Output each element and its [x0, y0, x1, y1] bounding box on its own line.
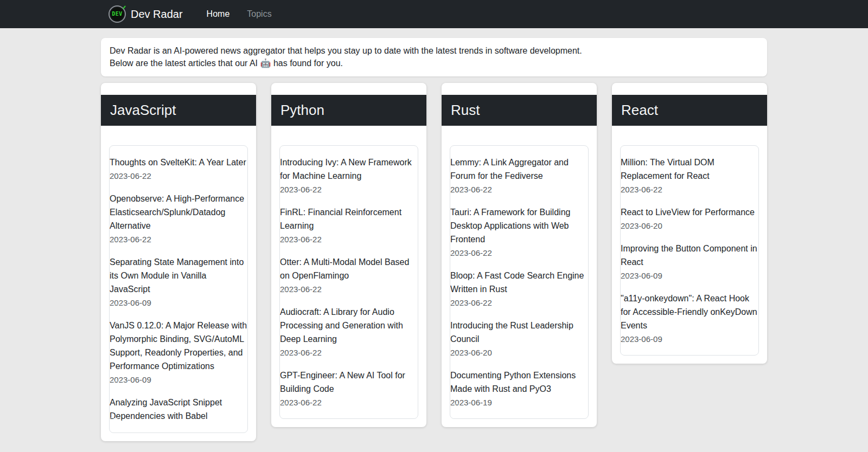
article-title: Bloop: A Fast Code Search Engine Written… — [450, 269, 588, 296]
article-title: "a11y-onkeydown": A React Hook for Acces… — [621, 292, 758, 332]
topic-header-title: JavaScript — [101, 95, 256, 126]
topic-panel-rust: RustLemmy: A Link Aggregator and Forum f… — [442, 83, 597, 427]
article-title: VanJS 0.12.0: A Major Release with Polym… — [110, 319, 247, 373]
navbar-inner: DEV Dev Radar Home Topics — [101, 5, 767, 23]
article-list: Thoughts on SvelteKit: A Year Later2023-… — [109, 145, 248, 433]
topic-panel-javascript: JavaScriptThoughts on SvelteKit: A Year … — [101, 83, 256, 441]
columns: JavaScriptThoughts on SvelteKit: A Year … — [101, 83, 767, 441]
main-content: Dev Radar is an AI-powered news aggregat… — [101, 38, 767, 441]
article-list-item[interactable]: Bloop: A Fast Code Search Engine Written… — [450, 254, 588, 322]
article-list-item[interactable]: Analyzing JavaScript Snippet Dependencie… — [110, 381, 247, 433]
nav-link-home[interactable]: Home — [207, 9, 230, 19]
article-date: 2023-06-22 — [110, 233, 247, 246]
article-date: 2023-06-19 — [450, 396, 588, 409]
article-list-item[interactable]: Otter: A Multi-Modal Model Based on Open… — [280, 241, 418, 309]
article-list-item[interactable]: Thoughts on SvelteKit: A Year Later2023-… — [110, 145, 247, 196]
intro-line-2: Below are the latest articles that our A… — [110, 57, 758, 70]
brand-name: Dev Radar — [131, 8, 183, 21]
article-list-item[interactable]: "a11y-onkeydown": A React Hook for Acces… — [621, 277, 758, 356]
article-title: Documenting Python Extensions Made with … — [450, 369, 588, 396]
article-title: Analyzing JavaScript Snippet Dependencie… — [110, 396, 247, 423]
article-title: Otter: A Multi-Modal Model Based on Open… — [280, 255, 418, 282]
article-list: Introducing Ivy: A New Framework for Mac… — [279, 145, 418, 419]
topic-panel-python: PythonIntroducing Ivy: A New Framework f… — [271, 83, 426, 427]
topic-header-title: Python — [271, 95, 426, 126]
dev-radar-logo-icon: DEV — [108, 5, 126, 23]
article-title: Million: The Virtual DOM Replacement for… — [621, 156, 758, 183]
article-list-item[interactable]: Tauri: A Framework for Building Desktop … — [450, 191, 588, 273]
article-list: Lemmy: A Link Aggregator and Forum for t… — [450, 145, 589, 419]
article-list-item[interactable]: GPT-Engineer: A New AI Tool for Building… — [280, 354, 418, 419]
article-date: 2023-06-20 — [621, 219, 758, 232]
topic-panel-react: ReactMillion: The Virtual DOM Replacemen… — [612, 83, 767, 364]
article-date: 2023-06-09 — [110, 373, 247, 386]
article-title: Audiocraft: A Library for Audio Processi… — [280, 305, 418, 346]
article-list-item[interactable]: Improving the Button Component in React2… — [621, 227, 758, 295]
logo-text: DEV — [112, 11, 122, 17]
article-title: GPT-Engineer: A New AI Tool for Building… — [280, 369, 418, 396]
nav-link-topics[interactable]: Topics — [247, 9, 271, 19]
article-date: 2023-06-22 — [280, 396, 418, 409]
nav-links: Home Topics — [207, 9, 272, 19]
article-list-item[interactable]: Separating State Management into its Own… — [110, 241, 247, 322]
article-title: Separating State Management into its Own… — [110, 255, 247, 296]
article-date: 2023-06-09 — [621, 333, 758, 345]
article-list: Million: The Virtual DOM Replacement for… — [620, 145, 759, 356]
topic-header-title: Rust — [442, 95, 597, 126]
article-title: React to LiveView for Performance — [621, 205, 758, 219]
article-date: 2023-06-20 — [450, 346, 588, 359]
article-title: Introducing the Rust Leadership Council — [450, 319, 588, 346]
article-date: 2023-06-22 — [280, 183, 418, 196]
article-date: 2023-06-09 — [621, 269, 758, 282]
topic-body: Lemmy: A Link Aggregator and Forum for t… — [442, 137, 597, 427]
article-date: 2023-06-22 — [450, 247, 588, 259]
topic-body: Thoughts on SvelteKit: A Year Later2023-… — [101, 137, 256, 441]
article-title: Improving the Button Component in React — [621, 242, 758, 269]
article-title: Lemmy: A Link Aggregator and Forum for t… — [450, 156, 588, 183]
article-list-item[interactable]: Introducing the Rust Leadership Council2… — [450, 304, 588, 372]
article-date: 2023-06-22 — [621, 183, 758, 196]
article-title: Tauri: A Framework for Building Desktop … — [450, 205, 588, 246]
article-title: Introducing Ivy: A New Framework for Mac… — [280, 156, 418, 183]
article-list-item[interactable]: Audiocraft: A Library for Audio Processi… — [280, 290, 418, 372]
navbar: DEV Dev Radar Home Topics — [0, 0, 868, 28]
topic-body: Million: The Virtual DOM Replacement for… — [612, 137, 767, 364]
article-list-item[interactable]: Million: The Virtual DOM Replacement for… — [621, 145, 758, 209]
article-date: 2023-06-22 — [280, 233, 418, 246]
article-date: 2023-06-22 — [110, 170, 247, 182]
article-date: 2023-06-22 — [450, 296, 588, 309]
article-date: 2023-06-22 — [450, 183, 588, 196]
article-list-item[interactable]: VanJS 0.12.0: A Major Release with Polym… — [110, 304, 247, 399]
article-date: 2023-06-09 — [110, 296, 247, 309]
article-title: FinRL: Financial Reinforcement Learning — [280, 205, 418, 233]
article-list-item[interactable]: Lemmy: A Link Aggregator and Forum for t… — [450, 145, 588, 209]
article-list-item[interactable]: FinRL: Financial Reinforcement Learning2… — [280, 191, 418, 259]
topic-body: Introducing Ivy: A New Framework for Mac… — [271, 137, 426, 427]
article-list-item[interactable]: React to LiveView for Performance2023-06… — [621, 191, 758, 246]
topic-header-title: React — [612, 95, 767, 126]
article-title: Openobserve: A High-Performance Elastics… — [110, 192, 247, 233]
article-list-item[interactable]: Documenting Python Extensions Made with … — [450, 354, 588, 419]
article-date: 2023-06-22 — [280, 283, 418, 295]
article-list-item[interactable]: Openobserve: A High-Performance Elastics… — [110, 177, 247, 259]
intro-card: Dev Radar is an AI-powered news aggregat… — [101, 38, 767, 76]
article-title: Thoughts on SvelteKit: A Year Later — [110, 156, 247, 169]
intro-line-1: Dev Radar is an AI-powered news aggregat… — [110, 45, 758, 57]
article-date: 2023-06-22 — [280, 346, 418, 359]
brand-link[interactable]: DEV Dev Radar — [108, 5, 183, 23]
article-list-item[interactable]: Introducing Ivy: A New Framework for Mac… — [280, 145, 418, 209]
